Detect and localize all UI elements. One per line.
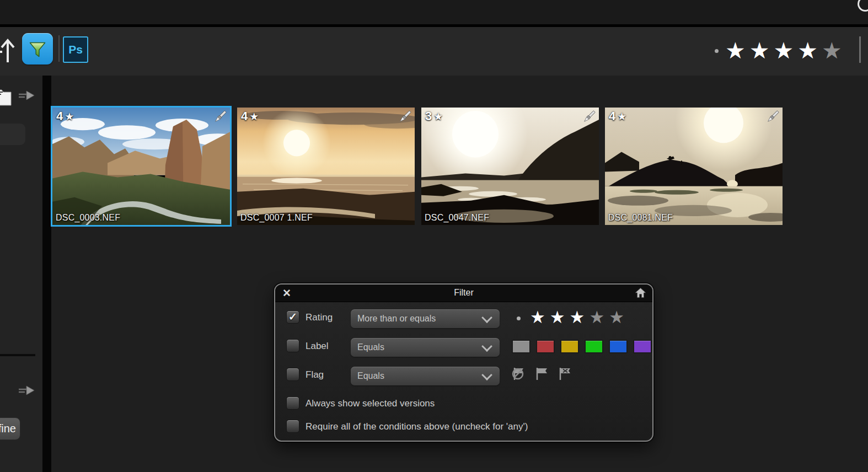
app-window: Ps ★★★★★ f <box>0 0 868 472</box>
toolbar-star-rating: ★★★★★ <box>725 40 846 62</box>
thumbnail-dsc-0081[interactable]: 4★ DSC_0081.NEF <box>605 108 783 225</box>
star-icon[interactable]: ★ <box>725 40 746 62</box>
label-row-label: Label <box>306 341 329 352</box>
folder-icon[interactable] <box>0 85 12 109</box>
thumbnail-dsc-0007-1[interactable]: 4★ DSC_0007 1.NEF <box>237 108 415 225</box>
star-icon[interactable]: ★ <box>797 40 818 62</box>
toolbar-rating-filter: ★★★★★ <box>715 34 846 67</box>
title-strip <box>0 0 868 24</box>
edited-brush-icon <box>581 109 597 125</box>
thumbnail-dsc-0003[interactable]: 4★ DSC_0003.NEF <box>52 108 230 225</box>
edited-brush-icon <box>764 109 781 125</box>
label-color-swatches <box>512 340 657 353</box>
star-icon: ★ <box>65 110 74 123</box>
label-color-swatch[interactable] <box>585 340 603 353</box>
rating-badge: 4★ <box>609 109 626 124</box>
rating-badge: 4★ <box>56 109 74 124</box>
flag-unflagged-icon[interactable] <box>510 366 527 380</box>
flag-flagged-icon[interactable] <box>533 366 550 380</box>
filter-panel: ✕ Filter ✓ Rating More than or equals ★★… <box>274 283 653 442</box>
star-icon[interactable]: ★ <box>530 309 545 326</box>
filter-star-rating: ★★★★★ <box>530 309 629 326</box>
refine-button[interactable]: fine <box>0 417 20 440</box>
star-icon[interactable]: ★ <box>550 309 565 326</box>
star-icon[interactable]: ★ <box>570 309 585 326</box>
panel-divider <box>42 76 51 472</box>
upload-arrow-icon[interactable] <box>0 35 20 69</box>
label-color-swatch[interactable] <box>536 340 555 353</box>
thumbnail-filename: DSC_0003.NEF <box>56 213 120 223</box>
star-icon[interactable]: ★ <box>774 40 794 62</box>
toolbar-separator <box>859 36 861 63</box>
label-color-swatch[interactable] <box>512 340 531 353</box>
rating-checkbox[interactable]: ✓ <box>286 310 299 324</box>
star-icon[interactable]: ★ <box>749 40 770 62</box>
sidebar-tile[interactable] <box>0 124 25 145</box>
label-color-swatch[interactable] <box>633 340 652 353</box>
thumbnail-filename: DSC_0047.NEF <box>425 213 489 223</box>
help-circle-icon[interactable] <box>858 0 868 12</box>
label-color-swatch[interactable] <box>560 340 579 353</box>
rating-badge: 3★ <box>425 109 443 124</box>
star-icon[interactable]: ★ <box>609 309 624 326</box>
toolbar-separator <box>58 35 60 62</box>
chevron-down-icon <box>481 369 492 380</box>
photo-ocean-sunset <box>237 108 415 225</box>
chevron-down-icon <box>481 341 492 352</box>
require-all-label: Require all of the conditions above (unc… <box>306 421 528 432</box>
star-icon: ★ <box>617 110 626 123</box>
always-show-versions-checkbox[interactable] <box>286 396 299 410</box>
filter-panel-title: Filter <box>275 288 652 298</box>
rating-none-dot-icon[interactable] <box>517 317 521 320</box>
filter-tool-button[interactable] <box>22 33 53 65</box>
photo-rocks-reflection <box>605 108 783 225</box>
edited-brush-icon <box>212 109 228 125</box>
pin-icon[interactable] <box>19 89 36 104</box>
label-operator-dropdown[interactable]: Equals <box>351 338 500 357</box>
refine-button-label: fine <box>0 422 16 435</box>
star-icon: ★ <box>433 110 443 123</box>
funnel-icon <box>26 37 49 61</box>
flag-checkbox[interactable] <box>286 368 299 381</box>
thumbnail-filename: DSC_0007 1.NEF <box>240 213 313 223</box>
filter-panel-header[interactable]: ✕ Filter <box>275 285 652 302</box>
toolbar: Ps ★★★★★ <box>0 27 868 76</box>
star-icon[interactable]: ★ <box>589 309 604 326</box>
rating-operator-dropdown[interactable]: More than or equals <box>351 309 500 328</box>
require-all-checkbox[interactable] <box>286 420 299 433</box>
photoshop-ps-icon: Ps <box>68 43 83 56</box>
thumbnail-filename: DSC_0081.NEF <box>608 213 673 223</box>
flag-rejected-icon[interactable] <box>556 366 573 380</box>
open-in-photoshop-button[interactable]: Ps <box>63 36 88 63</box>
pin-icon[interactable] <box>19 384 36 399</box>
sidebar-divider <box>0 354 35 356</box>
thumbnail-dsc-0047[interactable]: 3★ DSC_0047.NEF <box>421 108 599 225</box>
star-icon[interactable]: ★ <box>822 40 842 62</box>
rating-row-label: Rating <box>306 312 333 323</box>
flag-operator-dropdown[interactable]: Equals <box>351 367 500 385</box>
rating-none-dot-icon[interactable] <box>715 49 719 53</box>
left-sidebar: fine <box>0 76 42 472</box>
label-color-swatch[interactable] <box>609 340 628 353</box>
photo-canyon <box>52 108 230 225</box>
label-checkbox[interactable] <box>286 339 299 352</box>
home-icon[interactable] <box>635 287 646 301</box>
chevron-down-icon <box>481 312 492 323</box>
flag-row-label: Flag <box>306 369 324 380</box>
always-show-versions-label: Always show selected versions <box>306 398 435 409</box>
star-icon: ★ <box>249 110 259 123</box>
rating-badge: 4★ <box>241 109 259 124</box>
edited-brush-icon <box>397 109 413 125</box>
photo-sun-cliff <box>421 108 599 225</box>
